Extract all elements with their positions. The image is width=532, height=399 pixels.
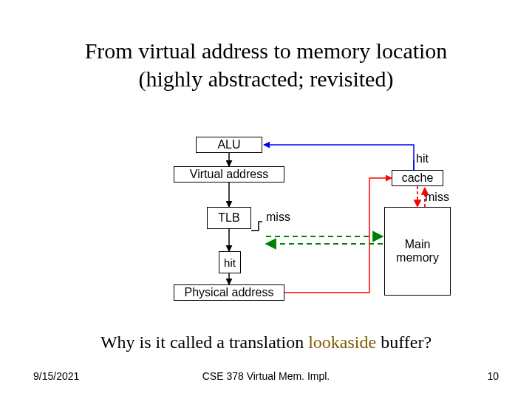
cache-box: cache xyxy=(392,170,443,186)
tlb-hit-box: hit xyxy=(219,251,241,273)
question-before: Why is it called a translation xyxy=(100,332,308,352)
title-line-2: (highly abstracted; revisited) xyxy=(139,66,394,91)
footer-page-number: 10 xyxy=(487,370,499,382)
main-memory-box: Main memory xyxy=(384,207,451,296)
cache-miss-label: miss xyxy=(425,191,449,204)
main-memory-label: Main memory xyxy=(396,238,439,265)
virtual-address-box: Virtual address xyxy=(174,166,284,183)
svg-line-5 xyxy=(392,145,414,160)
question-text: Why is it called a translation lookaside… xyxy=(0,332,532,352)
tlb-miss-label: miss xyxy=(266,211,290,224)
slide-title: From virtual address to memory location … xyxy=(0,37,532,92)
hit-label-top: hit xyxy=(416,152,429,166)
slide: From virtual address to memory location … xyxy=(0,0,532,399)
question-lookaside: lookaside xyxy=(308,332,376,352)
footer-center: CSE 378 Virtual Mem. Impl. xyxy=(0,370,532,382)
alu-box: ALU xyxy=(196,137,262,153)
tlb-box: TLB xyxy=(207,207,251,229)
physical-address-box: Physical address xyxy=(174,284,284,301)
title-line-1: From virtual address to memory location xyxy=(85,38,448,63)
main-memory-line-2: memory xyxy=(396,251,439,264)
question-after: buffer? xyxy=(376,332,432,352)
main-memory-line-1: Main xyxy=(405,238,431,250)
